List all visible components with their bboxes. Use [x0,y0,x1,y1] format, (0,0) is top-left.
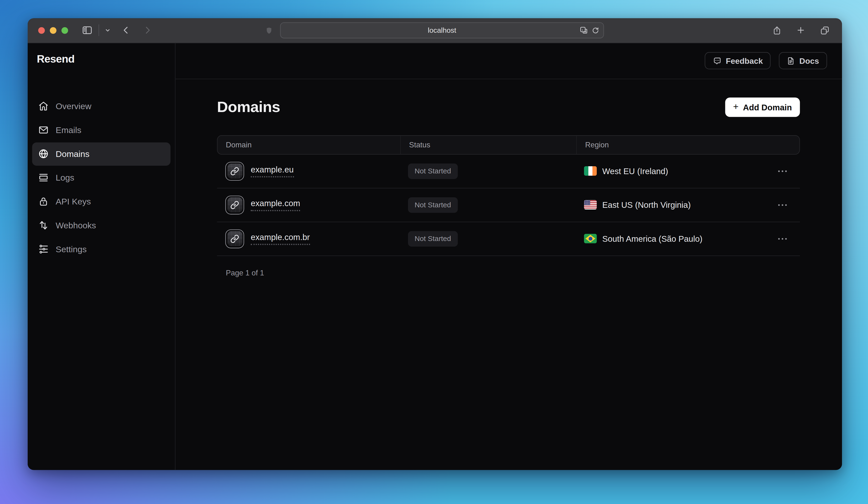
lock-icon [38,196,49,206]
address-bar[interactable]: localhost [280,22,604,39]
app-header: Feedback Docs [175,43,841,79]
page-title: Domains [217,98,280,116]
docs-icon [787,56,795,65]
sidebar-item-overview[interactable]: Overview [32,94,170,118]
table-body: example.eu Not Started West EU (Ireland)… [217,154,800,256]
region-label: South America (São Paulo) [602,234,702,243]
domains-table: Domain Status Region example.eu Not Star… [217,135,800,256]
row-actions-menu-icon[interactable] [777,169,787,173]
row-actions-menu-icon[interactable] [777,236,787,241]
logs-icon [38,172,49,183]
sidebar-item-webhooks[interactable]: Webhooks [32,213,170,237]
table-row: example.eu Not Started West EU (Ireland) [217,154,800,188]
feedback-icon [712,56,721,65]
back-icon[interactable] [121,26,131,35]
sidebar-item-domains[interactable]: Domains [32,142,170,165]
plus-icon: + [733,102,738,111]
main-area: Feedback Docs Domains + Add Domain [175,43,841,470]
status-badge: Not Started [408,231,458,246]
globe-icon [38,149,49,159]
status-cell: Not Started [400,231,576,246]
region-label: East US (North Virginia) [602,200,691,210]
tab-overview-icon[interactable] [819,25,829,36]
browser-window: localhost Resend Overview Emails [28,18,842,470]
column-header-domain: Domain [218,135,400,154]
address-bar-url[interactable]: localhost [428,26,456,34]
feedback-label: Feedback [726,56,763,65]
close-window-button[interactable] [38,27,45,34]
sidebar-item-logs[interactable]: Logs [32,166,170,189]
sidebar-item-settings[interactable]: Settings [32,238,170,261]
table-row: example.com Not Started East US (North V… [217,188,800,222]
sidebar-item-api-keys[interactable]: API Keys [32,190,170,213]
region-cell: West EU (Ireland) [576,166,800,175]
flag-br-icon [584,234,597,243]
desktop-background: localhost Resend Overview Emails [0,0,868,504]
status-cell: Not Started [400,197,576,213]
forward-icon[interactable] [143,26,152,35]
mail-icon [38,125,49,135]
region-cell: South America (São Paulo) [576,234,800,243]
sidebar-nav: Overview Emails Domains Logs API Keys We… [28,94,175,261]
browser-titlebar: localhost [28,18,842,43]
link-icon [225,161,244,180]
status-cell: Not Started [400,163,576,179]
zoom-window-button[interactable] [61,27,68,34]
add-domain-button[interactable]: + Add Domain [725,98,800,117]
domain-link[interactable]: example.com.br [251,232,310,245]
domain-cell: example.eu [217,161,400,180]
reload-icon[interactable] [591,27,599,34]
resend-app: Resend Overview Emails Domains Logs API … [28,43,842,470]
sidebar: Resend Overview Emails Domains Logs API … [28,43,176,470]
region-label: West EU (Ireland) [602,166,668,175]
address-bar-area: localhost [265,22,604,39]
table-header: Domain Status Region [217,135,800,154]
domain-cell: example.com [217,195,400,214]
status-badge: Not Started [408,163,458,179]
feedback-button[interactable]: Feedback [705,52,771,70]
minimize-window-button[interactable] [50,27,56,34]
share-icon[interactable] [772,25,781,36]
home-icon [38,101,49,111]
status-badge: Not Started [408,197,458,213]
window-controls [38,27,68,34]
title-row: Domains + Add Domain [217,98,800,117]
sidebar-toggle-icon[interactable] [81,24,93,36]
column-header-status: Status [400,135,576,154]
chevron-down-icon[interactable] [104,27,111,34]
toolbar-divider [99,24,99,36]
domains-page: Domains + Add Domain Domain Status Regio… [175,79,841,277]
privacy-shield-icon[interactable] [265,26,273,34]
domain-link[interactable]: example.com [251,199,300,211]
flag-ie-icon [584,166,597,175]
address-bar-icons [579,23,599,38]
pagination-status: Page 1 of 1 [217,269,800,277]
sidebar-item-emails[interactable]: Emails [32,118,170,141]
toolbar-left-group [81,24,152,36]
docs-label: Docs [799,56,819,65]
sliders-icon [38,244,49,254]
domain-link[interactable]: example.eu [251,164,294,177]
link-icon [225,195,244,214]
region-cell: East US (North Virginia) [576,200,800,210]
new-tab-icon[interactable] [796,26,805,35]
link-icon [225,229,244,248]
resend-logo[interactable]: Resend [37,52,175,65]
row-actions-menu-icon[interactable] [777,203,787,207]
add-domain-label: Add Domain [743,102,792,112]
domain-cell: example.com.br [217,229,400,248]
column-header-region: Region [576,135,799,154]
table-row: example.com.br Not Started South America… [217,222,800,256]
flag-us-icon [584,200,597,210]
docs-button[interactable]: Docs [779,52,827,70]
translate-icon[interactable] [579,26,588,34]
arrows-up-down-icon [38,220,49,231]
toolbar-right-group [772,18,829,42]
